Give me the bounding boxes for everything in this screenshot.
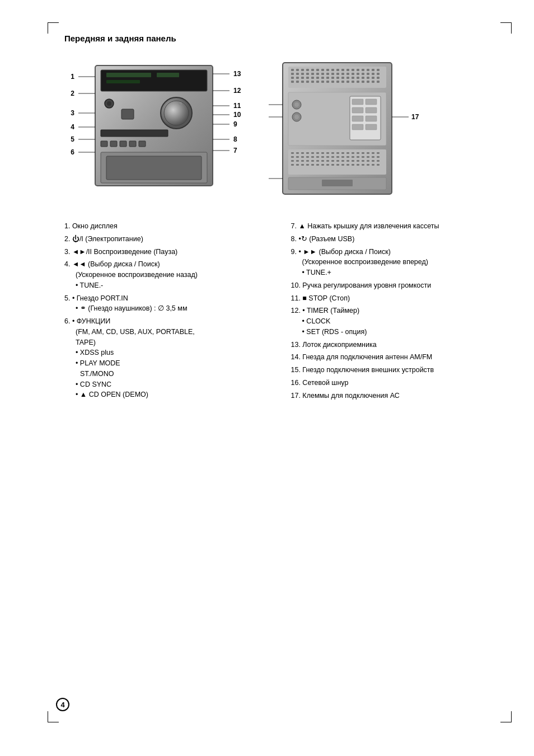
svg-text:5: 5 <box>71 135 74 143</box>
svg-rect-205 <box>377 164 380 166</box>
svg-rect-96 <box>357 77 359 79</box>
description-columns: 1. Окно дисплея 2. ⏻/I (Электропитание) … <box>64 221 506 403</box>
corner-mark-bl <box>48 711 59 722</box>
svg-point-121 <box>294 102 299 107</box>
svg-rect-10 <box>121 109 134 119</box>
svg-rect-80 <box>367 73 369 75</box>
svg-rect-192 <box>311 164 314 166</box>
svg-rect-129 <box>352 116 363 121</box>
svg-rect-187 <box>377 160 380 162</box>
svg-rect-169 <box>377 156 380 158</box>
svg-rect-153 <box>296 156 299 158</box>
svg-rect-175 <box>316 160 319 162</box>
svg-point-7 <box>161 97 192 129</box>
svg-rect-145 <box>346 152 349 154</box>
svg-text:12: 12 <box>233 87 241 95</box>
svg-rect-149 <box>367 152 369 154</box>
svg-rect-155 <box>306 156 309 158</box>
svg-rect-176 <box>321 160 324 162</box>
svg-rect-186 <box>372 160 374 162</box>
svg-rect-132 <box>366 124 377 130</box>
svg-rect-203 <box>367 164 369 166</box>
svg-rect-51 <box>311 69 314 71</box>
svg-rect-136 <box>301 152 304 154</box>
svg-rect-130 <box>366 116 377 121</box>
svg-rect-167 <box>367 156 369 158</box>
svg-rect-102 <box>296 81 299 83</box>
svg-point-9 <box>179 102 182 105</box>
svg-rect-56 <box>336 69 339 71</box>
desc-item-17: 17. Клеммы для подключения АС <box>291 391 507 401</box>
corner-mark-tl <box>48 22 59 34</box>
svg-text:10: 10 <box>233 111 241 119</box>
svg-rect-73 <box>331 73 334 75</box>
desc-item-11: 11. ■ STOP (Стоп) <box>291 293 507 304</box>
svg-rect-71 <box>321 73 324 75</box>
svg-rect-166 <box>362 156 364 158</box>
svg-rect-103 <box>301 81 304 83</box>
svg-rect-152 <box>291 156 294 158</box>
svg-text:7: 7 <box>233 147 237 154</box>
svg-rect-4 <box>106 80 140 83</box>
desc-item-1: 1. Окно дисплея <box>64 221 280 232</box>
svg-rect-58 <box>346 69 349 71</box>
svg-rect-207 <box>322 180 353 186</box>
svg-rect-18 <box>106 156 202 180</box>
diagrams-row: 1 2 3 4 5 6 <box>64 54 506 204</box>
desc-item-3: 3. ◄►/II Воспроизведение (Пауза) <box>64 247 280 257</box>
svg-rect-179 <box>336 160 339 162</box>
svg-rect-117 <box>372 81 374 83</box>
desc-item-9: 9. • ►► (Выбор диска / Поиск) (Ускоренно… <box>291 247 507 278</box>
rear-panel-diagram: 14 15 16 17 <box>266 54 439 203</box>
svg-rect-101 <box>291 81 294 83</box>
svg-rect-97 <box>362 77 364 79</box>
svg-rect-57 <box>341 69 344 71</box>
desc-item-7: 7. ▲ Нажать крышку для извлечения кассет… <box>291 221 507 232</box>
svg-rect-109 <box>331 81 334 83</box>
svg-rect-52 <box>316 69 319 71</box>
svg-rect-84 <box>296 77 299 79</box>
svg-rect-172 <box>301 160 304 162</box>
svg-rect-72 <box>326 73 329 75</box>
svg-rect-75 <box>341 73 344 75</box>
svg-rect-196 <box>331 164 334 166</box>
svg-rect-148 <box>362 152 364 154</box>
svg-rect-118 <box>377 81 380 83</box>
svg-rect-189 <box>296 164 299 166</box>
svg-rect-171 <box>296 160 299 162</box>
svg-rect-164 <box>352 156 354 158</box>
desc-item-5: 5. • Гнездо PORT.IN • ⚭ (Гнездо наушнико… <box>64 293 280 314</box>
svg-rect-183 <box>357 160 359 162</box>
svg-rect-193 <box>316 164 319 166</box>
svg-rect-54 <box>326 69 329 71</box>
svg-rect-110 <box>336 81 339 83</box>
svg-rect-104 <box>306 81 309 83</box>
svg-rect-3 <box>157 73 179 77</box>
svg-rect-111 <box>341 81 344 83</box>
desc-item-2: 2. ⏻/I (Электропитание) <box>64 234 280 245</box>
svg-rect-190 <box>301 164 304 166</box>
corner-mark-br <box>500 711 512 722</box>
svg-rect-90 <box>326 77 329 79</box>
svg-rect-156 <box>311 156 314 158</box>
svg-rect-128 <box>366 107 377 113</box>
svg-rect-185 <box>367 160 369 162</box>
desc-item-10: 10. Ручка регулирования уровня громкости <box>291 280 507 291</box>
svg-rect-125 <box>352 99 363 105</box>
svg-rect-160 <box>331 156 334 158</box>
svg-rect-49 <box>301 69 304 71</box>
svg-rect-50 <box>306 69 309 71</box>
svg-text:4: 4 <box>71 123 74 131</box>
svg-rect-159 <box>326 156 329 158</box>
svg-rect-93 <box>341 77 344 79</box>
svg-rect-204 <box>372 164 374 166</box>
svg-rect-188 <box>291 164 294 166</box>
desc-col-left: 1. Окно дисплея 2. ⏻/I (Электропитание) … <box>64 221 280 403</box>
svg-rect-184 <box>362 160 364 162</box>
page-number: 4 <box>56 698 69 711</box>
svg-rect-178 <box>331 160 334 162</box>
svg-rect-15 <box>129 141 136 147</box>
svg-rect-79 <box>362 73 364 75</box>
svg-rect-141 <box>326 152 329 154</box>
svg-rect-78 <box>357 73 359 75</box>
